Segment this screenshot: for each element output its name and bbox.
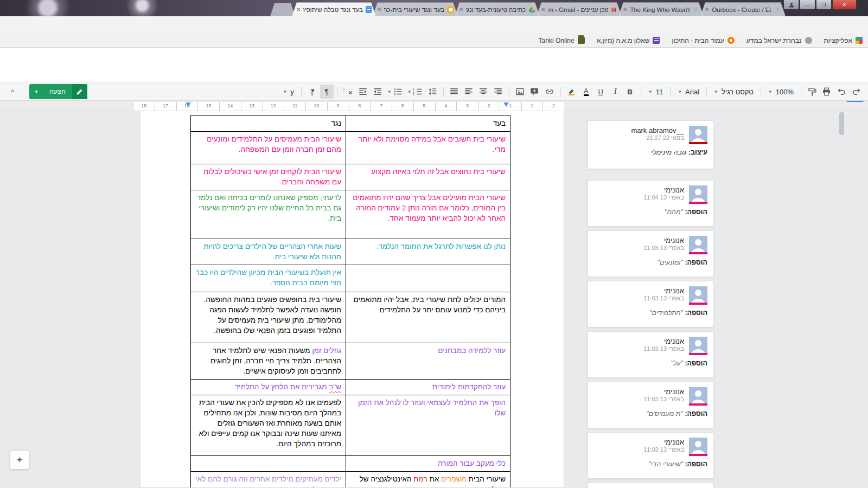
avatar-color-bar xyxy=(689,303,707,305)
cell-against[interactable]: ש"ב מגבירים את הלחץ על התלמיד xyxy=(191,380,346,395)
tab-close-icon[interactable]: ✕ xyxy=(705,7,709,12)
cell-for[interactable] xyxy=(346,265,510,292)
comment-header: אנונימי11:03 13 באפרי xyxy=(594,438,707,456)
comment-card[interactable]: אנונימי11:03 13 באפריהוספה: "ת מעמיסים" xyxy=(588,382,714,428)
collapse-toolbar-button[interactable]: ^ xyxy=(4,88,21,96)
text-segment: לדעתי, מספיק שאנחנו לומדים בכיתה ואם נלמ… xyxy=(197,194,341,222)
cell-for[interactable]: שיעורי הבית מועילים אבל צריך שהם יהיו מת… xyxy=(346,190,510,239)
new-tab-button[interactable] xyxy=(270,3,295,16)
insert-comment-button[interactable] xyxy=(528,85,541,99)
align-left-button[interactable] xyxy=(462,85,476,99)
insert-link-button[interactable] xyxy=(542,85,557,99)
browser-tab[interactable]: ✕The King Who Wasn't Ta✕ xyxy=(618,2,704,16)
paragraph-ltr-button[interactable]: ¶ xyxy=(305,85,319,99)
redo-button[interactable] xyxy=(850,85,864,99)
browser-tab[interactable]: ✕Ourboox - Create / Edit B✕ xyxy=(700,2,786,16)
scrollbar-thumb[interactable] xyxy=(839,112,844,135)
cell-against[interactable]: ילדים מעתיקים מילדים אחרים וזה גורם להם … xyxy=(191,472,346,488)
line-spacing-button[interactable] xyxy=(426,85,439,99)
comment-card[interactable]: אנונימי11:03 13 באפריהוספה: "ומונעים" xyxy=(588,230,714,277)
font-select[interactable]: Arial▼ xyxy=(674,85,703,99)
tab-close-icon[interactable]: ✕ xyxy=(623,7,627,12)
cell-against[interactable]: אין תועלת בשיעורי הבית מכיוון שהילדים הי… xyxy=(191,265,346,292)
indent-increase-button[interactable] xyxy=(356,85,370,99)
bluex-favicon-icon: ✕ xyxy=(692,6,699,13)
comment-card[interactable]: mark abramov__21:27 22 במאיעיצוב: גובה מ… xyxy=(588,120,714,169)
indent-decrease-button[interactable] xyxy=(371,85,385,99)
print-button[interactable] xyxy=(820,85,833,99)
close-button[interactable]: ✕ xyxy=(832,0,857,10)
cell-for[interactable]: כלי מעקב עבור המורה xyxy=(346,456,510,471)
table-row: עוזר ללמידה במבחניםגוזלים זמן משעות הפנא… xyxy=(191,343,510,379)
browser-tab[interactable]: בעד ונגד טבלה שיתופית✕ xyxy=(292,2,376,16)
scrollbar[interactable] xyxy=(839,111,845,488)
bold-button[interactable]: B xyxy=(623,85,637,99)
cell-against[interactable] xyxy=(191,456,346,471)
avatar-color-bar xyxy=(689,403,707,406)
cell-for[interactable]: שיעורי בית נחוצים אבל זה תלוי באיזה מקצו… xyxy=(346,164,510,190)
cell-against[interactable]: לדעתי, מספיק שאנחנו לומדים בכיתה ואם נלמ… xyxy=(191,190,346,239)
bookmark-item[interactable]: אפליקציות xyxy=(824,37,863,44)
tab-close-icon[interactable]: ✕ xyxy=(296,7,301,12)
zoom-select[interactable]: 100%▼ xyxy=(765,85,797,99)
bookmark-item[interactable]: שאלון מ.א.ה (מיון,א xyxy=(597,37,660,44)
tab-close-icon[interactable]: ✕ xyxy=(459,7,463,12)
input-tools-button[interactable]: y▼ xyxy=(279,85,297,99)
cell-for[interactable]: שיעורי בית חשובים אבל במידה מסוימת ולא י… xyxy=(346,132,510,164)
suggesting-mode-button[interactable]: הצעה ▼ xyxy=(29,84,87,99)
paint-format-button[interactable] xyxy=(805,85,819,99)
cell-for[interactable]: עוזר ללמידה במבחנים xyxy=(346,343,510,379)
browser-tab[interactable]: בעד ונגד שיעורי בית-כתי✕ xyxy=(373,2,458,16)
minimize-button[interactable]: — xyxy=(800,0,815,10)
bookmark-item[interactable]: נבחרת ישראל במדע xyxy=(746,37,812,44)
comment-card[interactable]: אנונימי11:03 13 באפריהוספה: "על" xyxy=(588,331,714,378)
cell-against[interactable]: שיעורי הבית לוקחים זמן אישי כשיכולים לבל… xyxy=(191,164,346,190)
indent-marker-right[interactable] xyxy=(186,102,191,107)
cell-against[interactable]: גוזלים זמן משעות הפנאי שיש לתלמיד אחר הצ… xyxy=(191,343,346,379)
underline-button[interactable]: U xyxy=(594,85,608,99)
bookmark-item[interactable]: עמוד הבית - התיכון xyxy=(672,37,734,44)
cell-against[interactable]: לפעמים אנו לא מספיקים להכין את שעורי הבי… xyxy=(191,395,346,455)
maximize-button[interactable]: ❐ xyxy=(816,0,832,10)
indent-marker-left[interactable] xyxy=(503,102,509,107)
comment-card[interactable]: אנונימי xyxy=(588,483,714,488)
profile-icon[interactable] xyxy=(783,0,799,10)
cell-for[interactable]: שיעורי הבית משפרים את רמת האינטילגנציה ש… xyxy=(346,472,510,488)
browser-tab[interactable]: Mm - Gmail - תוכן עניינים✕ xyxy=(537,2,622,16)
text-color-button[interactable]: A xyxy=(584,87,589,96)
ruler-number: 2 xyxy=(478,102,500,111)
font-size-select[interactable]: 11▼ xyxy=(645,85,666,99)
align-center-button[interactable] xyxy=(477,85,490,99)
undo-button[interactable] xyxy=(834,85,848,99)
numbered-list-button[interactable]: 123▼ xyxy=(406,85,425,99)
align-justify-button[interactable] xyxy=(448,85,461,99)
text-segment: עוזר להתקדמות לימודית xyxy=(432,383,506,391)
tab-close-icon[interactable]: ✕ xyxy=(541,7,545,12)
insert-image-button[interactable] xyxy=(513,85,527,99)
tab-close-icon[interactable]: ✕ xyxy=(377,7,381,12)
header-cell-for[interactable]: בעד xyxy=(346,115,510,131)
paragraph-style-select[interactable]: טקסט רגיל▼ xyxy=(711,85,757,99)
cell-for[interactable]: נותן לנו אפשרות לתרגל את החומר הנלמד. xyxy=(346,239,510,265)
bullet-list-button[interactable]: ▼ xyxy=(386,85,405,99)
cell-for[interactable]: עוזר להתקדמות לימודית xyxy=(346,380,510,395)
header-cell-against[interactable]: נגד xyxy=(191,115,346,131)
bookmark-item[interactable]: Tanki Online xyxy=(539,37,585,44)
cell-against[interactable]: שיעורי הבית מעמיסים על התלמידים ומונעים … xyxy=(191,132,346,164)
comment-card[interactable]: אנונימי11:03 13 באפריהוספה: "התלמידים" xyxy=(588,281,714,328)
document-page[interactable]: בעדנגדשיעורי בית חשובים אבל במידה מסוימת… xyxy=(140,111,564,488)
browser-tab[interactable]: כתיבה טיעונית-בעד ונגד✕ xyxy=(455,2,540,16)
explore-button[interactable]: ✦ xyxy=(10,450,29,470)
cell-against[interactable]: שעות אחרי הצהריים של הילדים צריכים להיות… xyxy=(191,239,346,265)
highlight-button[interactable] xyxy=(565,85,578,99)
cell-for[interactable]: הופך את התלמיד לעצמאי ועוזר לו לנהל את ה… xyxy=(346,395,510,455)
italic-button[interactable]: I xyxy=(609,85,622,99)
comment-card[interactable]: אנונימי11:03 13 באפריהוספה: "שיעורי הבי" xyxy=(588,432,714,479)
align-right-button[interactable] xyxy=(492,85,505,99)
clear-formatting-button[interactable]: T xyxy=(342,85,355,99)
comment-card[interactable]: אנונימי11:04 13 באפריהוספה: "מהם" xyxy=(588,180,714,227)
paragraph-rtl-button[interactable]: ¶ xyxy=(320,85,334,99)
cell-against[interactable]: שיעורי בית בחופשים פוגעים במהות החופשה. … xyxy=(191,292,346,343)
ruler-number: 12 xyxy=(263,102,284,111)
cell-for[interactable]: המורים יכולים לתת שיעורי בית, אבל יהיו מ… xyxy=(346,292,510,343)
